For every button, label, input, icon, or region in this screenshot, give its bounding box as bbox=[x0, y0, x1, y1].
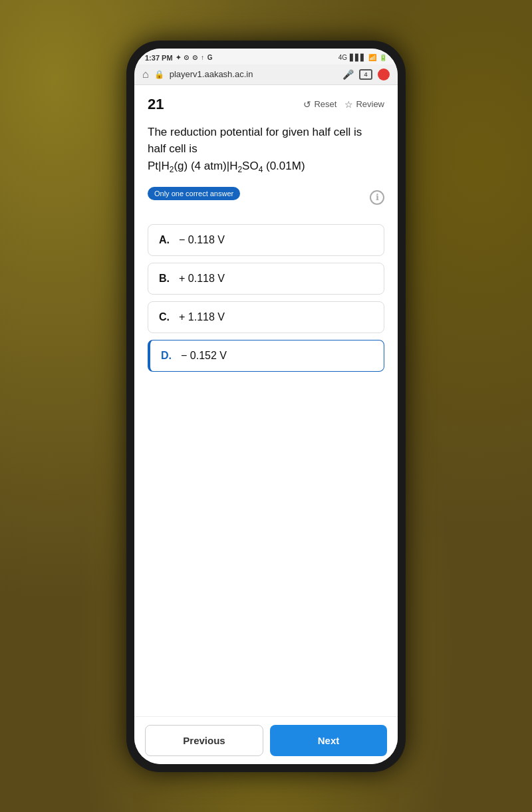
question-formula: Pt|H2(g) (4 atm)|H2SO4 (0.01M) bbox=[148, 160, 305, 172]
option-c-text: + 1.118 V bbox=[179, 311, 225, 323]
option-d[interactable]: D. − 0.152 V bbox=[148, 340, 384, 372]
reset-label: Reset bbox=[314, 99, 336, 109]
star-icon: ☆ bbox=[344, 99, 353, 110]
phone-frame: 1:37 PM ✦ ⊙ ⊙ ↑ G 4G ▋▋▋ 📶 🔋 ⌂ 🔒 playerv… bbox=[126, 41, 406, 772]
tab-count[interactable]: 4 bbox=[359, 69, 372, 80]
question-header: 21 ↺ Reset ☆ Review bbox=[148, 96, 384, 113]
option-b-label: B. bbox=[159, 273, 172, 285]
battery-icon: 🔋 bbox=[379, 54, 387, 61]
wifi-icon: 📶 bbox=[368, 54, 376, 61]
option-a-text: − 0.118 V bbox=[179, 234, 225, 246]
option-a[interactable]: A. − 0.118 V bbox=[148, 224, 384, 256]
network-icon: 4G bbox=[338, 54, 347, 61]
review-button[interactable]: ☆ Review bbox=[344, 99, 384, 110]
status-time: 1:37 PM ✦ ⊙ ⊙ ↑ G bbox=[145, 54, 213, 62]
signal-icon: ▋▋▋ bbox=[350, 54, 366, 61]
info-button[interactable]: ℹ bbox=[370, 190, 384, 205]
lock-icon: 🔒 bbox=[154, 70, 164, 79]
time-display: 1:37 PM bbox=[145, 54, 173, 62]
question-text: The reduction potential for given half c… bbox=[148, 124, 384, 176]
header-actions: ↺ Reset ☆ Review bbox=[303, 99, 384, 110]
status-icons: ✦ ⊙ ⊙ ↑ G bbox=[176, 54, 213, 61]
question-line1: The reduction potential for given half c… bbox=[148, 126, 362, 138]
bottom-nav: Previous Next bbox=[134, 716, 398, 764]
question-line2: half cell is bbox=[148, 142, 198, 155]
phone-screen: 1:37 PM ✦ ⊙ ⊙ ↑ G 4G ▋▋▋ 📶 🔋 ⌂ 🔒 playerv… bbox=[134, 49, 398, 764]
answer-type-badge: Only one correct answer bbox=[148, 187, 240, 200]
question-number: 21 bbox=[148, 96, 164, 113]
status-right-icons: 4G ▋▋▋ 📶 🔋 bbox=[338, 54, 387, 61]
url-display[interactable]: playerv1.aakash.ac.in bbox=[170, 69, 337, 79]
option-d-text: − 0.152 V bbox=[181, 350, 227, 362]
home-icon[interactable]: ⌂ bbox=[142, 68, 149, 80]
options-list: A. − 0.118 V B. + 0.118 V C. + 1.118 V D… bbox=[148, 224, 384, 372]
option-c-label: C. bbox=[159, 311, 172, 323]
option-c[interactable]: C. + 1.118 V bbox=[148, 301, 384, 333]
reset-icon: ↺ bbox=[303, 99, 311, 110]
record-button[interactable] bbox=[378, 68, 390, 80]
option-a-label: A. bbox=[159, 234, 172, 246]
next-button[interactable]: Next bbox=[270, 725, 387, 756]
previous-button[interactable]: Previous bbox=[145, 725, 263, 756]
option-b-text: + 0.118 V bbox=[179, 273, 225, 285]
content-area: 21 ↺ Reset ☆ Review The reduction potent… bbox=[134, 85, 398, 716]
mic-icon[interactable]: 🎤 bbox=[342, 69, 354, 80]
browser-bar: ⌂ 🔒 playerv1.aakash.ac.in 🎤 4 bbox=[134, 65, 398, 85]
status-bar: 1:37 PM ✦ ⊙ ⊙ ↑ G 4G ▋▋▋ 📶 🔋 bbox=[134, 49, 398, 65]
option-d-label: D. bbox=[161, 350, 174, 362]
option-b[interactable]: B. + 0.118 V bbox=[148, 263, 384, 295]
review-label: Review bbox=[356, 99, 384, 109]
reset-button[interactable]: ↺ Reset bbox=[303, 99, 336, 110]
